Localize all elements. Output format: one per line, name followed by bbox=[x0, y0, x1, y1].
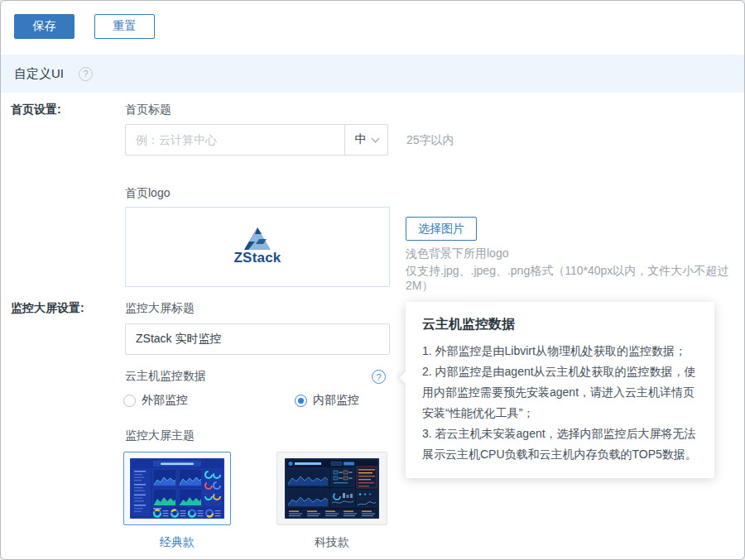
homepage-logo-label: 首页logo bbox=[125, 186, 170, 201]
radio-internal-label: 内部监控 bbox=[313, 393, 359, 408]
chevron-down-icon bbox=[371, 134, 379, 142]
language-select[interactable]: 中 bbox=[344, 124, 388, 156]
radio-external-monitor[interactable]: 外部监控 bbox=[123, 393, 188, 408]
tooltip-line-2: 2. 内部监控是由agent从云主机处获取的监控数据，使用内部监控需要预先安装a… bbox=[422, 361, 698, 424]
datasource-help-icon[interactable]: ? bbox=[372, 370, 386, 384]
tooltip-title: 云主机监控数据 bbox=[422, 316, 698, 333]
page-title: 自定义UI bbox=[14, 66, 64, 82]
radio-circle-checked-icon bbox=[295, 395, 307, 407]
datasource-tooltip: 云主机监控数据 1. 外部监控是由Libvirt从物理机处获取的监控数据； 2.… bbox=[406, 302, 714, 478]
zstack-logo-text: ZStack bbox=[234, 250, 281, 266]
custom-ui-settings-page: 保存 重置 自定义UI ? 首页设置: 首页标题 中 25字以内 首页logo … bbox=[0, 0, 745, 560]
monitor-title-label: 监控大屏标题 bbox=[125, 301, 195, 316]
theme-classic-preview bbox=[130, 458, 224, 519]
logo-usage-hint: 浅色背景下所用logo bbox=[406, 246, 508, 261]
tooltip-line-3: 3. 若云主机未安装agent，选择内部监控后大屏将无法展示云主机CPU负载和云… bbox=[422, 424, 698, 465]
radio-internal-monitor[interactable]: 内部监控 bbox=[295, 393, 359, 408]
tooltip-arrow bbox=[400, 371, 413, 385]
homepage-title-input[interactable] bbox=[125, 124, 345, 156]
zstack-logo-icon bbox=[244, 227, 271, 250]
homepage-settings-label: 首页设置: bbox=[11, 103, 61, 117]
reset-button[interactable]: 重置 bbox=[94, 14, 155, 39]
radio-circle-icon bbox=[123, 395, 136, 407]
monitor-settings-label: 监控大屏设置: bbox=[11, 301, 84, 316]
theme-card-classic[interactable] bbox=[123, 452, 231, 525]
logo-format-hint: 仅支持.jpg、.jpeg、.png格式（110*40px以内，文件大小不超过2… bbox=[406, 264, 744, 294]
theme-tech-preview bbox=[285, 458, 379, 519]
datasource-label: 云主机监控数据 bbox=[125, 369, 206, 384]
theme-tech-caption: 科技款 bbox=[276, 535, 387, 550]
zstack-logo: ZStack bbox=[234, 227, 281, 266]
radio-external-label: 外部监控 bbox=[142, 393, 188, 408]
language-select-value: 中 bbox=[355, 132, 367, 147]
tooltip-line-1: 1. 外部监控是由Libvirt从物理机处获取的监控数据； bbox=[422, 341, 698, 361]
monitor-title-input[interactable] bbox=[125, 323, 390, 355]
choose-image-button[interactable]: 选择图片 bbox=[406, 217, 477, 241]
theme-classic-caption[interactable]: 经典款 bbox=[123, 535, 231, 550]
logo-preview-box: ZStack bbox=[125, 207, 390, 287]
title-length-hint: 25字以内 bbox=[406, 133, 454, 148]
theme-label: 监控大屏主题 bbox=[125, 428, 195, 443]
homepage-title-label: 首页标题 bbox=[125, 103, 171, 117]
help-circle-icon[interactable]: ? bbox=[79, 67, 93, 81]
section-header: 自定义UI ? bbox=[1, 55, 744, 93]
save-button[interactable]: 保存 bbox=[14, 14, 74, 39]
theme-card-tech[interactable] bbox=[276, 452, 387, 525]
